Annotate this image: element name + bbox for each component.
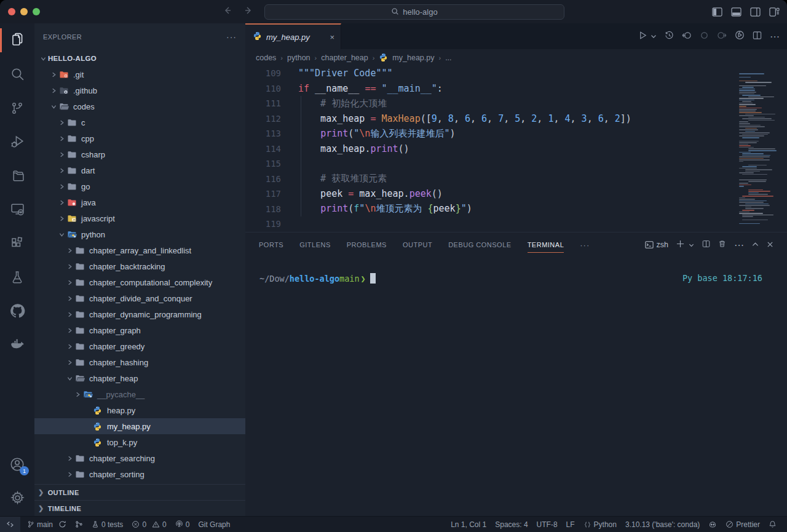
kill-terminal-icon[interactable] [718, 239, 726, 250]
tree-item-heap-py[interactable]: heap.py [34, 402, 245, 418]
tree-item-chapter-dynamic-programming[interactable]: chapter_dynamic_programming [34, 306, 245, 322]
tree-item-chapter-greedy[interactable]: chapter_greedy [34, 338, 245, 354]
breadcrumb-item[interactable]: ... [445, 54, 451, 62]
timeline-section[interactable]: ❯ TIMELINE [34, 500, 245, 516]
split-editor-icon[interactable] [753, 31, 762, 42]
sidebar-more-actions[interactable]: ··· [226, 32, 237, 42]
panel-tab-gitlens[interactable]: GITLENS [299, 232, 331, 257]
new-terminal-icon[interactable] [676, 239, 684, 250]
panel-tabs-overflow[interactable]: ··· [580, 240, 590, 250]
breadcrumb-item[interactable]: python [287, 54, 310, 62]
tree-item-javascript[interactable]: JSjavascript [34, 210, 245, 226]
status-remote-indicator[interactable] [0, 517, 20, 532]
tree-item-chapter-divide-and-conquer[interactable]: chapter_divide_and_conquer [34, 290, 245, 306]
tree-item-cpp[interactable]: cpp [34, 130, 245, 146]
terminal-dropdown-icon[interactable] [689, 239, 694, 250]
tree-item-chapter-heap[interactable]: chapter_heap [34, 370, 245, 386]
run-dropdown-icon[interactable] [651, 31, 657, 42]
nav-circle-right-icon[interactable] [717, 31, 727, 42]
close-tab-icon[interactable]: × [330, 33, 334, 42]
toggle-primary-sidebar-icon[interactable] [712, 7, 722, 17]
tree-item--github[interactable]: .github [34, 82, 245, 98]
tree-item-chapter-sorting[interactable]: chapter_sorting [34, 466, 245, 482]
status-source-control-graph[interactable] [71, 517, 87, 532]
nav-back-icon[interactable] [223, 6, 232, 18]
tree-item-chapter-computational-complexity[interactable]: chapter_computational_complexity [34, 274, 245, 290]
status-copilot[interactable] [704, 517, 721, 532]
tree-item-chapter-graph[interactable]: chapter_graph [34, 322, 245, 338]
activity-github-icon[interactable] [0, 294, 34, 328]
status-tests[interactable]: 0 tests [87, 517, 127, 532]
status-python-interpreter[interactable]: 3.10.13 ('base': conda) [621, 517, 704, 532]
breadcrumb-item[interactable]: codes [256, 54, 276, 62]
customize-layout-icon[interactable] [769, 7, 780, 17]
timeline-history-icon[interactable] [665, 31, 674, 42]
status-ports-forwarded[interactable]: 0 [171, 517, 194, 532]
activity-source-control-icon[interactable] [0, 91, 34, 125]
activity-accounts-icon[interactable]: 1 [0, 447, 34, 481]
status-notifications[interactable] [764, 517, 781, 532]
panel-tab-ports[interactable]: PORTS [259, 232, 283, 257]
split-terminal-icon[interactable] [702, 239, 710, 250]
status-problems[interactable]: 00 [127, 517, 170, 532]
nav-circle-left-icon[interactable] [700, 31, 709, 42]
outline-section[interactable]: ❯ OUTLINE [34, 484, 245, 500]
tree-item-go[interactable]: go [34, 178, 245, 194]
status-indentation[interactable]: Spaces: 4 [491, 517, 532, 532]
tree-item-top-k-py[interactable]: top_k.py [34, 434, 245, 450]
panel-tab-debug-console[interactable]: DEBUG CONSOLE [448, 232, 511, 257]
status-cursor-position[interactable]: Ln 1, Col 1 [446, 517, 491, 532]
status-encoding[interactable]: UTF-8 [532, 517, 562, 532]
activity-extensions-icon[interactable] [0, 226, 34, 260]
code-editor[interactable]: 109"""Driver Code"""110if __name__ == "_… [245, 66, 787, 232]
zoom-window-button[interactable] [33, 8, 40, 15]
tab-my-heap[interactable]: my_heap.py × [245, 23, 341, 49]
status-eol[interactable]: LF [562, 517, 579, 532]
toggle-panel-icon[interactable] [731, 7, 742, 17]
minimap[interactable] [738, 68, 783, 228]
maximize-panel-icon[interactable] [752, 239, 759, 250]
run-python-file-icon[interactable] [638, 31, 647, 42]
close-window-button[interactable] [8, 8, 15, 15]
terminal-shell[interactable]: zsh [645, 240, 668, 249]
activity-explorer-icon[interactable] [0, 23, 34, 57]
go-back-icon[interactable] [682, 31, 692, 42]
tree-item-my-heap-py[interactable]: my_heap.py [34, 418, 245, 434]
activity-remote-explorer-icon[interactable] [0, 193, 34, 226]
tree-item-dart[interactable]: dart [34, 162, 245, 178]
terminal[interactable]: ~/Dow/hello-algo main❯ Py base 18:17:16 [245, 257, 787, 516]
panel-more-icon[interactable]: ⋯ [734, 239, 744, 251]
tree-item-c[interactable]: c [34, 114, 245, 130]
breadcrumb-item[interactable]: chapter_heap [321, 54, 368, 62]
activity-folders-icon[interactable] [0, 159, 34, 193]
panel-tab-output[interactable]: OUTPUT [403, 232, 432, 257]
activity-run-and-debug-icon[interactable] [0, 125, 34, 159]
tree-item-chapter-hashing[interactable]: chapter_hashing [34, 354, 245, 370]
tree-item-codes[interactable]: codes [34, 98, 245, 114]
editor-more-actions-icon[interactable]: ⋯ [770, 31, 780, 42]
nav-forward-icon[interactable] [243, 6, 253, 18]
run-below-icon[interactable] [735, 30, 745, 42]
activity-settings-icon[interactable] [0, 481, 34, 515]
tree-item-chapter-searching[interactable]: chapter_searching [34, 450, 245, 466]
activity-docker-icon[interactable] [0, 328, 34, 362]
panel-tab-terminal[interactable]: TERMINAL [528, 232, 564, 257]
activity-search-icon[interactable] [0, 57, 34, 91]
tree-item-csharp[interactable]: csharp [34, 146, 245, 162]
breadcrumb-item[interactable]: my_heap.py [392, 54, 434, 62]
activity-testing-icon[interactable] [0, 260, 34, 294]
status-prettier[interactable]: Prettier [721, 517, 764, 532]
tree-item-chapter-backtracking[interactable]: chapter_backtracking [34, 258, 245, 274]
tree-item--pycache-[interactable]: __pycache__ [34, 386, 245, 402]
tree-item-chapter-array-and-linkedlist[interactable]: chapter_array_and_linkedlist [34, 242, 245, 258]
status-git-graph[interactable]: Git Graph [194, 517, 234, 532]
tree-item-python[interactable]: python [34, 226, 245, 242]
minimize-window-button[interactable] [20, 8, 28, 15]
toggle-secondary-sidebar-icon[interactable] [750, 7, 761, 17]
tree-item--git[interactable]: .git [34, 66, 245, 82]
command-center-search[interactable]: hello-algo [264, 4, 564, 20]
tree-item-hello-algo[interactable]: HELLO-ALGO [34, 50, 245, 66]
panel-tab-problems[interactable]: PROBLEMS [347, 232, 387, 257]
status-language-mode[interactable]: Python [579, 517, 621, 532]
status-git-branch[interactable]: main [23, 517, 71, 532]
